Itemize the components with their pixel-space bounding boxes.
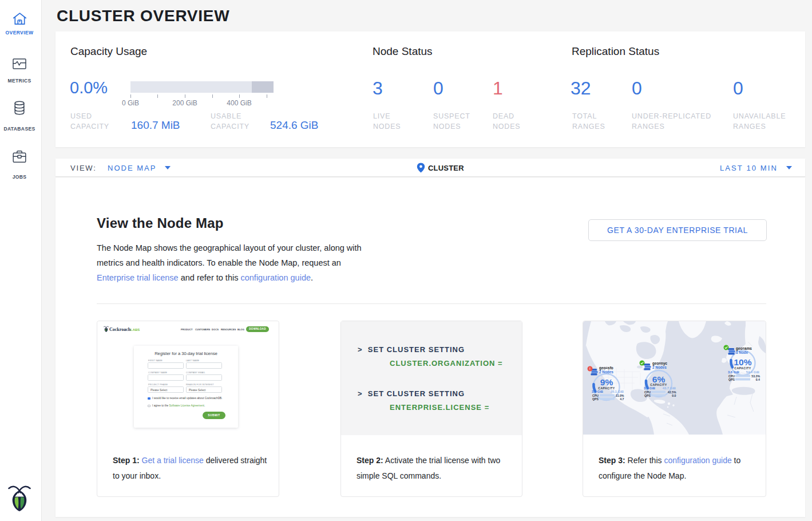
svg-text:QPS: QPS xyxy=(728,378,735,381)
svg-text:CAPACITY: CAPACITY xyxy=(734,366,751,370)
svg-text:2 Nodes: 2 Nodes xyxy=(652,365,667,369)
svg-text:0.4: 0.4 xyxy=(756,378,760,381)
svg-text:!: ! xyxy=(589,367,591,370)
svg-text:0.0: 0.0 xyxy=(672,394,676,397)
svg-text:CAPACITY: CAPACITY xyxy=(598,386,615,390)
svg-text:35.1 GiB: 35.1 GiB xyxy=(611,390,624,393)
svg-text:3.6 GiB: 3.6 GiB xyxy=(728,370,739,374)
svg-text:3.2 GiB: 3.2 GiB xyxy=(592,390,603,393)
svg-text:43.7 GiB: 43.7 GiB xyxy=(663,386,676,390)
svg-text:1 Node: 1 Node xyxy=(736,350,748,354)
svg-text:4.7: 4.7 xyxy=(620,397,624,401)
svg-text:QPS: QPS xyxy=(644,394,651,397)
svg-text:CAPACITY: CAPACITY xyxy=(650,383,667,386)
svg-text:10%: 10% xyxy=(734,357,751,367)
svg-text:54.4 GiB: 54.4 GiB xyxy=(746,370,759,374)
svg-text:2 Nodes: 2 Nodes xyxy=(599,370,613,374)
svg-text:3.7 GiB: 3.7 GiB xyxy=(644,386,655,390)
svg-text:QPS: QPS xyxy=(592,397,599,401)
svg-text:9%: 9% xyxy=(600,377,613,387)
